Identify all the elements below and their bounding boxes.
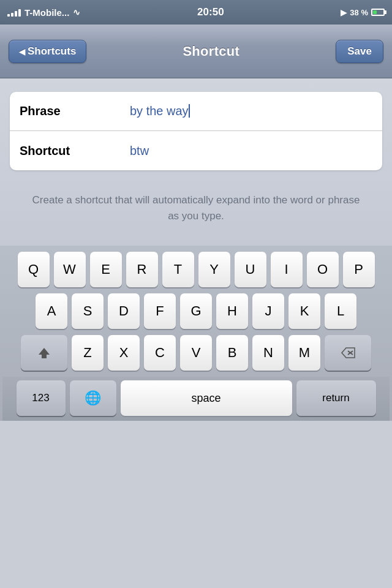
signal-bar-4 (18, 9, 21, 17)
status-left: T-Mobile... ∿ (7, 7, 80, 18)
save-button[interactable]: Save (336, 40, 383, 63)
battery-percent: 38 % (350, 8, 368, 17)
key-x[interactable]: X (108, 335, 140, 371)
key-s[interactable]: S (72, 293, 104, 329)
status-right: ▶ 38 % (341, 8, 385, 17)
signal-bar-2 (11, 13, 13, 17)
battery-fill (373, 10, 377, 14)
phrase-input[interactable]: by the way (130, 104, 372, 118)
key-r[interactable]: R (126, 252, 158, 287)
key-g[interactable]: G (180, 293, 212, 329)
phrase-value: by the way (130, 104, 189, 118)
key-a[interactable]: A (36, 293, 67, 329)
shortcut-value: btw (130, 144, 149, 157)
nav-title: Shortcut (183, 43, 239, 59)
keyboard: Q W E R T Y U I O P A S D F G H J K L Z … (0, 246, 392, 421)
battery-icon (371, 9, 385, 16)
key-b[interactable]: B (216, 335, 248, 371)
key-o[interactable]: O (307, 252, 339, 287)
phrase-label: Phrase (20, 104, 130, 118)
key-q[interactable]: Q (18, 252, 50, 287)
shortcut-input[interactable]: btw (130, 144, 372, 158)
key-c[interactable]: C (144, 335, 176, 371)
back-button[interactable]: Shortcuts (9, 40, 86, 63)
space-key[interactable]: space (121, 380, 292, 416)
shortcut-label: Shortcut (20, 144, 130, 158)
svg-marker-0 (39, 348, 50, 358)
key-k[interactable]: K (288, 293, 320, 329)
phrase-row: Phrase by the way (10, 92, 382, 131)
status-bar: T-Mobile... ∿ 20:50 ▶ 38 % (0, 0, 392, 24)
key-l[interactable]: L (325, 293, 356, 329)
key-f[interactable]: F (144, 293, 176, 329)
key-w[interactable]: W (54, 252, 86, 287)
key-h[interactable]: H (216, 293, 248, 329)
globe-key[interactable]: 🌐 (70, 380, 116, 416)
location-icon: ▶ (341, 8, 347, 17)
key-d[interactable]: D (108, 293, 140, 329)
nav-bar: Shortcuts Shortcut Save (0, 24, 392, 78)
keyboard-row-3: Z X C V B N M (2, 335, 390, 371)
key-z[interactable]: Z (72, 335, 104, 371)
key-y[interactable]: Y (198, 252, 230, 287)
key-i[interactable]: I (271, 252, 303, 287)
shortcut-row: Shortcut btw (10, 131, 382, 170)
key-n[interactable]: N (252, 335, 284, 371)
key-j[interactable]: J (252, 293, 284, 329)
keyboard-row-1: Q W E R T Y U I O P (2, 252, 390, 287)
shift-key[interactable] (21, 335, 67, 371)
key-p[interactable]: P (343, 252, 375, 287)
keyboard-bottom-row: 123 🌐 space return (2, 377, 390, 421)
battery-container (371, 9, 385, 16)
text-cursor (189, 104, 190, 118)
numbers-key[interactable]: 123 (17, 380, 66, 416)
description-text: Create a shortcut that will automaticall… (10, 183, 382, 236)
content-area: Phrase by the way Shortcut btw Create a … (0, 78, 392, 246)
return-key[interactable]: return (296, 380, 376, 416)
keyboard-row-2: A S D F G H J K L (2, 293, 390, 329)
delete-key[interactable] (325, 335, 371, 371)
signal-bar-3 (15, 11, 17, 17)
wifi-icon: ∿ (73, 7, 80, 17)
key-m[interactable]: M (288, 335, 320, 371)
key-u[interactable]: U (235, 252, 266, 287)
key-v[interactable]: V (180, 335, 212, 371)
signal-bar-1 (7, 14, 10, 17)
carrier-label: T-Mobile... (24, 7, 69, 18)
form-card: Phrase by the way Shortcut btw (10, 92, 382, 170)
time-label: 20:50 (197, 6, 224, 18)
key-e[interactable]: E (90, 252, 122, 287)
signal-bars (7, 8, 21, 17)
key-t[interactable]: T (162, 252, 194, 287)
